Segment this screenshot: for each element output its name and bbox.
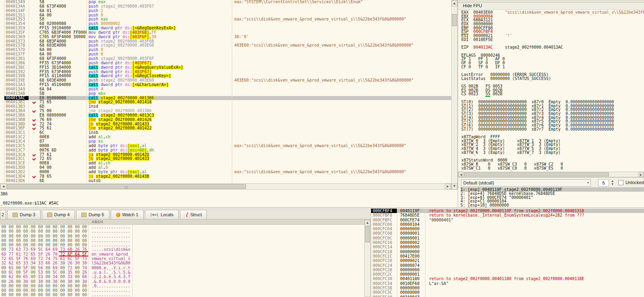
dump-row[interactable]: 000000000000000000000000................ <box>0 243 364 247</box>
tab-dump-5[interactable]: Dump 5 <box>76 210 109 219</box>
disasm-row[interactable]: 004013BD72 74jb stage2_002f0000.401433 <box>4 122 451 127</box>
stack-row[interactable]: 000CFC0400000000 <box>371 227 644 231</box>
dump-row[interactable]: 006C005F0053005C00350026.u.a.l._.S.\.5.& <box>0 270 364 274</box>
disasm-row[interactable]: 0040134958pop eaxeax:"SYSTEM\\CurrentCon… <box>4 0 451 4</box>
stack-row[interactable]: 000CFC3000401180return to stage2_002f000… <box>371 277 644 281</box>
dump-row[interactable]: 000000000000000000000000................ <box>0 293 364 297</box>
stack-row[interactable]: 000CFBFC000CFE74"00000401" <box>371 218 644 222</box>
disasm-row[interactable]: 004013A96A 04push 4 <box>4 87 451 92</box>
dump-row[interactable]: 000000000000000000000000................ <box>0 288 364 293</box>
scroll-left-icon[interactable]: ◀ <box>0 184 6 189</box>
argument-count-stepper[interactable]: ▲▼ <box>610 179 615 186</box>
disasm-row[interactable]: 0040135468 02000080push 80000002 <box>4 22 451 26</box>
stack-row[interactable]: 000CFC3800000000 <box>371 286 644 290</box>
scrollbar-thumb[interactable] <box>365 226 370 242</box>
stack-row[interactable]: 000CFC2000000021 <box>371 258 644 263</box>
disasm-row[interactable]: 00401392FF35 673F4000push dword ptr ds:[… <box>4 70 451 74</box>
disasm-row[interactable]: 0040138168 6F3F4000push stage2_002f0000.… <box>4 57 451 61</box>
disasm-row[interactable]: 00401369C705 6F3F4000 30000mov dword ptr… <box>4 35 451 39</box>
register-line[interactable]: x87TW_6 3 (Empty) x87TW_7 3 (Empty) <box>461 151 644 155</box>
disasm-row[interactable]: 0040137F6A 00push 0 <box>4 52 451 57</box>
unlocked-checkbox[interactable] <box>618 180 623 185</box>
stack-row[interactable]: 000CFC2800000000 <box>371 268 644 272</box>
stack-row[interactable]: 000CFC340010EF60L"ar-SA" <box>371 281 644 286</box>
disasm-row[interactable]: 004013BF75 61jne stage2_002f0000.401422 <box>4 126 451 131</box>
scroll-down-icon[interactable]: ▼ <box>452 183 457 189</box>
dump-row[interactable]: 72655F7669727475616C5F73vmware_virtual_s <box>0 256 364 261</box>
stack-row[interactable]: 000CFBF40040119Freturn to stage2_002f000… <box>371 209 644 213</box>
disasm-row[interactable]: 004013D20000add byte ptr ds:[eax],aleax:… <box>4 170 451 174</box>
dump-row[interactable]: 000000000000000000000000.0.............. <box>0 284 364 288</box>
scroll-up-icon[interactable]: ▲ <box>452 0 457 6</box>
register-line[interactable]: CF 0 TF 0 IF 1 <box>461 65 644 69</box>
dump-vertical-scrollbar[interactable]: ▲ <box>364 219 371 297</box>
register-line[interactable]: EIP 004013AC stage2_002f0000.004013AC <box>461 45 644 49</box>
tab-watch-1[interactable]: Watch 1 <box>111 210 144 219</box>
stack-row[interactable]: 000CFC1000000002 <box>371 240 644 245</box>
stack-row[interactable]: 000CFBF876848D5Ereturn to kernelbase._In… <box>371 213 644 217</box>
register-line[interactable]: CS 0023 SS 002B <box>461 92 644 96</box>
scroll-right-icon[interactable]: ▶ <box>638 172 644 177</box>
disasm-row[interactable]: 004013C50000add byte ptr ds:[eax],aleax:… <box>4 144 451 148</box>
disasm-row[interactable]: 004013C407pop es <box>4 139 451 144</box>
disasm-row[interactable]: 0040137D6A 00push 0 <box>4 48 451 52</box>
register-line[interactable]: ST(7) 00000000000000000000 x87r7 Empty 0… <box>461 127 644 131</box>
disasm-row[interactable]: 004013C70076 6Dadd byte ptr ds:[esi+6D],… <box>4 148 451 153</box>
scrollbar-thumb[interactable] <box>452 14 457 26</box>
disasm-row[interactable]: 004013D478 65js stage2_002f0000.40143B <box>4 174 451 179</box>
disasm-row[interactable]: 004013D004 00add al,0 <box>4 166 451 170</box>
register-line[interactable]: x87SW_C1 0 x87SW_C0 0 x87SW_ES 0 <box>461 166 644 170</box>
dump-row[interactable]: 002600300030003000300030.&.0.&.0.0.0.0.0 <box>0 279 364 284</box>
tab-2[interactable]: 2 <box>0 210 6 219</box>
disasm-row[interactable]: 004013516A 00push 0 <box>4 13 451 18</box>
disasm-row[interactable]: 004013B6E8 08000000call stage2_002f0000.… <box>4 113 451 118</box>
disasm-row[interactable]: 004013AB5Bpop ebx <box>4 92 451 96</box>
scroll-up-icon[interactable]: ▲ <box>365 220 370 226</box>
disasm-row[interactable]: 004013A3FF15 45104000call dword ptr ds:[… <box>4 83 451 87</box>
registers-horizontal-scrollbar[interactable]: ◀ ▶ <box>458 172 644 177</box>
disasm-row[interactable]: 0040137868 603E4000push stage2_002f0000.… <box>4 43 451 48</box>
disasm-row[interactable]: 004013CC72 65jb stage2_002f0000.401433 <box>4 157 451 161</box>
disasm-row[interactable]: 0040135FC705 6B3F4000 FF0000mov dword pt… <box>4 31 451 35</box>
register-line[interactable]: LastStatus 00000000 (STATUS_SUCCESS) <box>461 77 644 81</box>
argument-count-input[interactable]: 5 <box>598 179 609 186</box>
disasm-row[interactable]: 004013ACE8 05000000call stage2_002f0000.… <box>4 96 451 100</box>
disasm-row[interactable]: 004013C16Cinsb <box>4 131 451 135</box>
tab-locals[interactable]: |x=|Locals <box>145 210 179 219</box>
tab-dump-4[interactable]: Dump 4 <box>42 210 75 219</box>
dump-row[interactable]: 000000000000000000000000................ <box>0 234 364 238</box>
disasm-row[interactable]: 0040138CFF15 3D104000call dword ptr ds:[… <box>4 66 451 70</box>
disasm-row[interactable]: 004013C200E8add al,ch <box>4 135 451 139</box>
dump-row[interactable]: 6D776172655F2670726F645Fen_vmware_&prod_ <box>0 252 364 256</box>
stack-row[interactable]: 000CFC2400000074 <box>371 263 644 268</box>
register-line[interactable]: EDI 0010EF5E <box>461 38 644 42</box>
disasm-row[interactable]: 004013B171 65jno stage2_002f0000.401418 <box>4 100 451 104</box>
disasm-row[interactable]: 004013D66Eoutsb <box>4 179 451 183</box>
stack-row[interactable]: 000CFC1800000000 <box>371 250 644 254</box>
tab-dump-3[interactable]: Dump 3 <box>7 210 41 219</box>
disasm-row[interactable]: 0040135350push eaxeax:"scsi\\disk&ven_vm… <box>4 17 451 22</box>
disasm-row[interactable]: 00401386FF35 673F4000push dword ptr ds:[… <box>4 61 451 66</box>
disasm-row[interactable]: 004013BB76 69jbe stage2_002f0000.401426 <box>4 118 451 122</box>
disasm-row[interactable]: 00401398FF15 41104000call dword ptr ds:[… <box>4 74 451 78</box>
dump-row[interactable]: 00736373695C6469736B2676.....scsi\disk&v <box>0 247 364 252</box>
dump-row[interactable]: 326265333433662630263030\5&22be343f&0&00 <box>0 261 364 265</box>
dump-row[interactable]: 006200650033003400330066.2.2.b.e.3.4.3.f <box>0 274 364 279</box>
disasm-row[interactable]: 0040139E68 603E4000push stage2_002f0000.… <box>4 78 451 83</box>
stack-row[interactable]: 000CFC0000000104 <box>371 222 644 227</box>
disasm-row[interactable]: 0040134F6A 01push 1 <box>4 9 451 13</box>
disasm-row[interactable]: 004013CA77 61ja stage2_002f0000.40142D <box>4 153 451 157</box>
disasm-row[interactable]: 00401359FF15 39104000call dword ptr ds:[… <box>4 26 451 31</box>
dump-row[interactable]: 000000000000000000000000................ <box>0 225 364 229</box>
stack-row[interactable]: 000CFC3C00000000 <box>371 290 644 295</box>
dump-row[interactable]: 000000000000000000000000................ <box>0 229 364 234</box>
disassembly-horizontal-scrollbar[interactable]: ◀ ▶ <box>0 183 451 190</box>
stack-row[interactable]: 000CFC1C00417E00 <box>371 254 644 258</box>
scroll-right-icon[interactable]: ▶ <box>445 184 451 189</box>
stack-row[interactable]: 000CFC0C00000001 <box>371 236 644 240</box>
scrollbar-thumb[interactable] <box>7 184 246 189</box>
stack-row[interactable]: 000CFC40003A0043 <box>371 295 644 297</box>
disasm-row[interactable]: 004013CE00E8add al,ch <box>4 161 451 166</box>
stack-row[interactable]: 000CFC2C00000001 <box>371 272 644 277</box>
disasm-row[interactable]: 0040137368 6B3F4000push stage2_002f0000.… <box>4 39 451 44</box>
